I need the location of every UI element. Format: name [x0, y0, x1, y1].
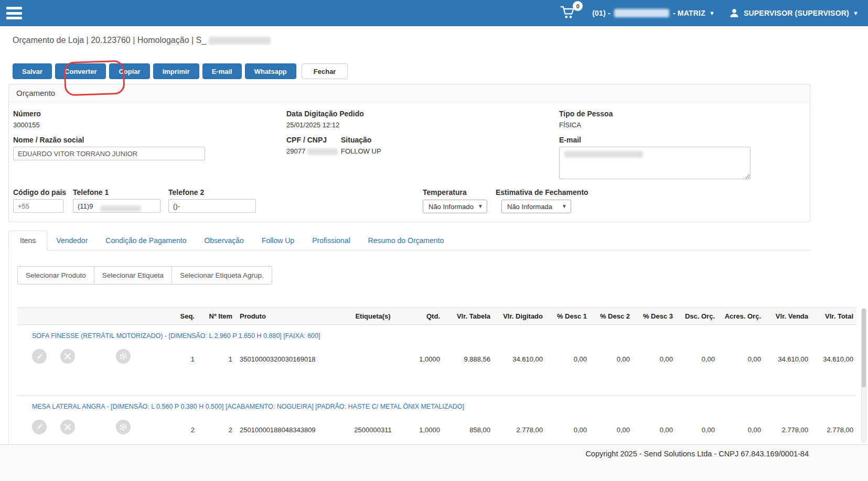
tab-itens[interactable]: Itens	[8, 231, 47, 250]
imprimir-button[interactable]: Imprimir	[153, 63, 199, 79]
edit-item-button[interactable]	[32, 420, 47, 434]
item-settings-button[interactable]	[116, 420, 131, 434]
product-description-link[interactable]: MESA LATERAL ANGRA - [DIMENSÃO: L 0.560 …	[32, 403, 464, 410]
product-description-link[interactable]: SOFA FINESSE (RETRÁTIL MOTORIZADO) - [DI…	[32, 332, 320, 340]
estimativa-fechamento-label: Estimativa de Fechamento	[496, 188, 588, 196]
cell-etiqueta	[344, 345, 402, 395]
whatsapp-button[interactable]: Whatsapp	[245, 63, 296, 79]
gear-icon	[119, 423, 127, 431]
nome-label: Nome / Razão social	[13, 136, 205, 144]
converter-button[interactable]: Converter	[55, 63, 106, 79]
fechar-button[interactable]: Fechar	[302, 63, 348, 79]
cell-dsc-orc: 0,00	[676, 345, 718, 395]
tab-resumo-orcamento[interactable]: Resumo do Orçamento	[359, 231, 453, 250]
col-qtd: Qtd.	[402, 308, 443, 325]
copyright-text: Copyright 2025 - Send Solutions Ltda - C…	[585, 450, 809, 458]
user-menu[interactable]: SUPERVISOR (SUPERVISOR) ▼	[728, 7, 859, 19]
codigo-pais-input[interactable]	[13, 199, 63, 213]
tipo-pessoa-value: FÍSICA	[559, 121, 613, 129]
cell-vlr-venda: 34.610,00	[764, 345, 811, 395]
user-icon	[728, 7, 740, 19]
items-header-row: Seq. Nº Item Produto Etiqueta(s) Qtd. Vl…	[17, 308, 856, 325]
item-values-row: 1 1 35010000320030169018 1,0000 9.888,56…	[17, 345, 856, 395]
user-label: SUPERVISOR (SUPERVISOR)	[744, 9, 849, 17]
nome-input[interactable]	[13, 147, 205, 160]
hamburger-menu-icon[interactable]	[5, 6, 23, 20]
breadcrumb-text: Orçamento de Loja | 20.123760 | Homologa…	[13, 36, 206, 45]
cell-desc1: 0,00	[546, 345, 590, 395]
numero-value: 3000155	[13, 121, 41, 129]
col-n-item: Nº Item	[198, 308, 235, 325]
col-dsc-orc: Dsc. Orç.	[676, 308, 718, 325]
estimativa-fechamento-select[interactable]: Não Informada ▼	[501, 200, 571, 213]
col-vlr-total: Vlr. Total	[811, 308, 856, 325]
toolbar: Salvar Converter Copiar Imprimir E-mail …	[13, 63, 868, 79]
redacted-breadcrumb	[209, 37, 271, 45]
x-icon	[65, 353, 71, 359]
cpf-cnpj-value: 29077	[286, 147, 305, 155]
itens-tab-content: Selecionar Produto Selecionar Etiqueta S…	[8, 250, 868, 452]
caret-down-icon: ▼	[478, 204, 483, 209]
item-settings-button[interactable]	[116, 349, 131, 364]
temperatura-label: Temperatura	[423, 188, 487, 196]
edit-item-button[interactable]	[32, 349, 47, 364]
selecionar-etiqueta-agrup-button[interactable]: Selecionar Etiqueta Agrup.	[172, 266, 272, 285]
orcamento-panel: Orçamento Número 3000155 Data Digitação …	[8, 84, 810, 222]
cell-vlr-tabela: 9.888,56	[443, 345, 494, 395]
items-table: Seq. Nº Item Produto Etiqueta(s) Qtd. Vl…	[17, 308, 856, 452]
tab-condicao-pagamento[interactable]: Condição de Pagamento	[97, 231, 195, 250]
footer: Copyright 2025 - Send Solutions Ltda - C…	[0, 444, 868, 481]
salvar-button[interactable]: Salvar	[13, 63, 52, 79]
col-desc1: % Desc 1	[546, 308, 590, 325]
caret-down-icon: ▼	[709, 10, 715, 16]
numero-label: Número	[13, 110, 41, 118]
cart-button[interactable]: 0	[560, 4, 578, 22]
cart-count-badge: 0	[573, 1, 583, 11]
tab-observacao[interactable]: Observação	[195, 231, 252, 250]
panel-title: Orçamento	[16, 89, 55, 97]
remove-item-button[interactable]	[60, 420, 75, 434]
col-etiquetas: Etiqueta(s)	[344, 308, 402, 325]
telefone2-label: Telefone 2	[168, 188, 256, 196]
cell-produto: 35010000320030169018	[235, 345, 344, 395]
tab-bar: Itens Vendedor Condição de Pagamento Obs…	[8, 231, 810, 250]
cell-seq: 1	[163, 345, 198, 395]
branch-selector[interactable]: (01) - - MATRIZ ▼	[592, 9, 715, 17]
codigo-pais-label: Código do país	[13, 188, 66, 196]
caret-down-icon: ▼	[562, 204, 567, 209]
redacted-email	[564, 151, 643, 158]
temperatura-select[interactable]: Não Informado ▼	[423, 200, 487, 213]
item-actions-group: Selecionar Produto Selecionar Etiqueta S…	[17, 266, 272, 285]
tipo-pessoa-label: Tipo de Pessoa	[559, 110, 613, 118]
telefone1-label: Telefone 1	[73, 188, 160, 196]
branch-prefix: (01) -	[592, 9, 610, 17]
item-description-row: SOFA FINESSE (RETRÁTIL MOTORIZADO) - [DI…	[17, 325, 856, 345]
col-vlr-venda: Vlr. Venda	[764, 308, 811, 325]
redacted-cpf	[307, 148, 338, 155]
situacao-value: FOLLOW UP	[341, 147, 381, 155]
telefone2-input[interactable]	[168, 199, 256, 213]
col-acres-orc: Acres. Orç.	[718, 308, 764, 325]
copiar-button[interactable]: Copiar	[109, 63, 149, 79]
redacted-branch-name	[614, 9, 669, 17]
selecionar-produto-button[interactable]: Selecionar Produto	[17, 266, 94, 285]
breadcrumb: Orçamento de Loja | 20.123760 | Homologa…	[0, 26, 868, 50]
tab-vendedor[interactable]: Vendedor	[47, 231, 97, 250]
tab-profissional[interactable]: Profissional	[303, 231, 359, 250]
data-digitacao-label: Data Digitação Pedido	[286, 110, 364, 118]
topbar: 0 (01) - - MATRIZ ▼ SUPERVISOR (SUPERVIS…	[0, 0, 868, 26]
cell-acres-orc: 0,00	[718, 345, 764, 395]
data-digitacao-value: 25/01/2025 12:12	[286, 121, 364, 129]
col-actions	[17, 308, 163, 325]
email-button[interactable]: E-mail	[202, 63, 242, 79]
selecionar-etiqueta-button[interactable]: Selecionar Etiqueta	[94, 266, 172, 285]
col-vlr-tabela: Vlr. Tabela	[443, 308, 494, 325]
col-desc2: % Desc 2	[590, 308, 633, 325]
remove-item-button[interactable]	[60, 349, 75, 364]
col-seq: Seq.	[163, 308, 198, 325]
col-produto: Produto	[235, 308, 344, 325]
col-desc3: % Desc 3	[633, 308, 676, 325]
tab-follow-up[interactable]: Follow Up	[253, 231, 303, 250]
col-vlr-digitado: Vlr. Digitado	[494, 308, 546, 325]
table-scrollbar[interactable]	[861, 308, 866, 443]
